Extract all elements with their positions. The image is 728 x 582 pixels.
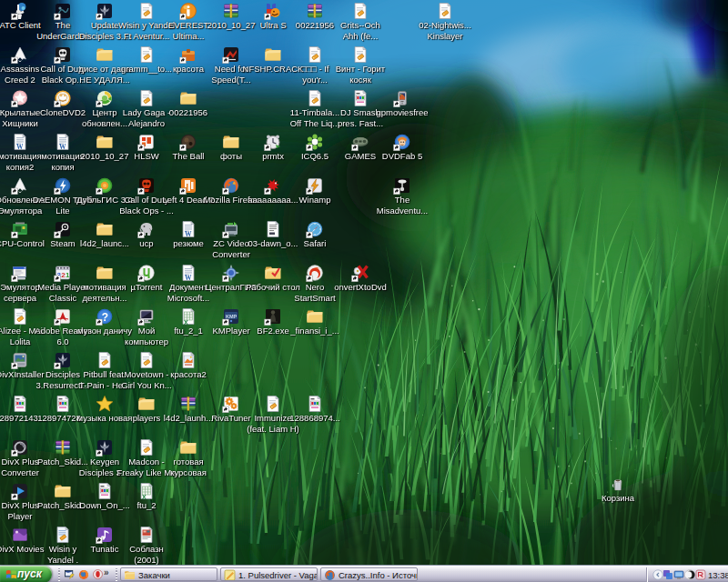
- svg-text:X: X: [184, 319, 188, 326]
- svg-text:W: W: [185, 274, 192, 282]
- svg-text:W: W: [185, 230, 192, 238]
- svg-text:W: W: [59, 143, 66, 151]
- svg-text:W: W: [16, 143, 24, 151]
- svg-text:?: ?: [102, 311, 108, 324]
- svg-text:KMP: KMP: [226, 314, 238, 319]
- svg-text:X: X: [142, 494, 147, 500]
